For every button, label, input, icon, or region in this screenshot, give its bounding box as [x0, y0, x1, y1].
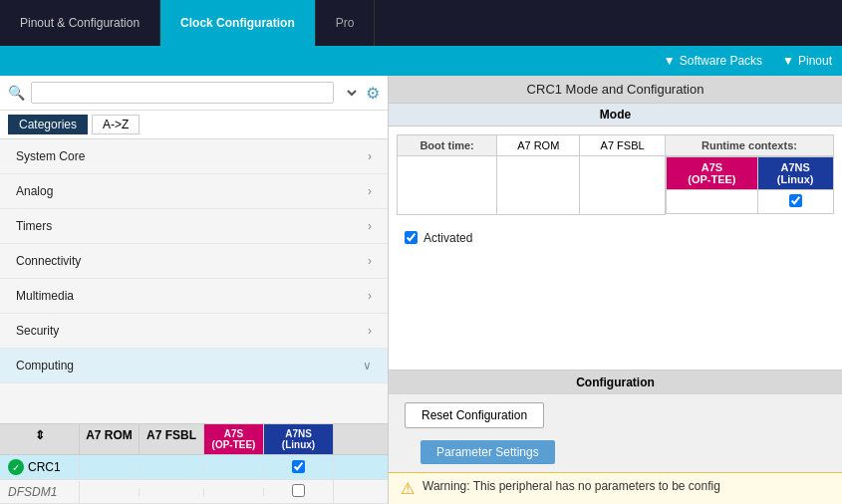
software-packs-label: Software Packs — [680, 54, 762, 68]
category-list: System Core › Analog › Timers › Connecti… — [0, 139, 388, 423]
warning-icon: ⚠ — [401, 479, 415, 498]
right-content: Mode Boot time: A7 ROM A7 FSBL Runtime c… — [389, 104, 842, 504]
cat-item-connectivity[interactable]: Connectivity › — [0, 244, 388, 279]
a7rom-header: A7 ROM — [497, 135, 580, 156]
tab-clock[interactable]: Clock Configuration — [160, 0, 316, 46]
table-row[interactable]: ✓ CRC1 — [0, 455, 388, 480]
cat-item-system-core[interactable]: System Core › — [0, 139, 388, 174]
crc1-a7ns-checkbox[interactable] — [292, 460, 305, 473]
mode-table-container: Boot time: A7 ROM A7 FSBL Runtime contex… — [389, 126, 842, 223]
row-dfsdm1-a7s — [204, 488, 264, 496]
right-panel: CRC1 Mode and Configuration Mode Boot ti… — [389, 76, 842, 504]
pinout-menu[interactable]: ▼ Pinout — [782, 54, 832, 68]
activated-row: Activated — [389, 223, 842, 253]
config-header: Configuration — [389, 370, 842, 394]
a7ns-mode-checkbox[interactable] — [789, 194, 802, 207]
search-bar: 🔍 ⚙ — [0, 76, 388, 111]
panel-title: CRC1 Mode and Configuration — [389, 76, 842, 104]
mode-section: Mode Boot time: A7 ROM A7 FSBL Runtime c… — [389, 104, 842, 253]
cat-item-timers-label: Timers — [16, 219, 52, 233]
boot-time-label: Boot time: — [398, 135, 497, 156]
software-packs-arrow: ▼ — [664, 54, 676, 68]
tab-pinout[interactable]: Pinout & Configuration — [0, 0, 160, 46]
a7s-value — [666, 190, 757, 214]
category-tabs: Categories A->Z — [0, 111, 388, 139]
left-panel: 🔍 ⚙ Categories A->Z System Core › Analog — [0, 76, 389, 504]
reset-configuration-button[interactable]: Reset Configuration — [405, 402, 544, 428]
software-packs-menu[interactable]: ▼ Software Packs — [664, 54, 762, 68]
col-header-a7s: A7S(OP-TEE) — [204, 424, 264, 454]
cat-item-analog[interactable]: Analog › — [0, 174, 388, 209]
table-header-row: ⇕ A7 ROM A7 FSBL A7S(OP-TEE) A7NS(Linux) — [0, 424, 388, 455]
row-dfsdm1-label: DFSDM1 — [8, 485, 57, 499]
cat-item-computing-label: Computing — [16, 359, 74, 373]
a7ns-value — [757, 190, 833, 214]
runtime-cols-container: A7S(OP-TEE) A7NS(Linux) — [665, 156, 833, 215]
gear-icon[interactable]: ⚙ — [366, 84, 380, 103]
tab-az-label: A->Z — [103, 118, 129, 131]
search-icon: 🔍 — [8, 85, 25, 101]
tab-pinout-label: Pinout & Configuration — [20, 16, 140, 30]
cat-item-system-core-label: System Core — [16, 149, 85, 163]
col-header-a7ns: A7NS(Linux) — [264, 424, 334, 454]
search-input[interactable] — [31, 82, 334, 104]
check-icon: ✓ — [8, 459, 24, 475]
cat-item-computing[interactable]: Computing ∨ — [0, 349, 388, 383]
tab-project[interactable]: Pro — [316, 0, 376, 46]
cat-item-security[interactable]: Security › — [0, 314, 388, 349]
second-navigation: ▼ Software Packs ▼ Pinout — [0, 46, 842, 76]
empty-cell2 — [497, 156, 580, 215]
cat-item-timers[interactable]: Timers › — [0, 209, 388, 244]
table-row[interactable]: DFSDM1 — [0, 480, 388, 504]
cat-item-multimedia-label: Multimedia — [16, 289, 74, 303]
param-settings-container: Parameter Settings — [389, 436, 842, 472]
row-crc1-a7fsbl — [140, 463, 204, 471]
sort-icon: ⇕ — [35, 428, 45, 442]
row-dfsdm1-a7fsbl — [140, 488, 204, 496]
row-crc1-a7rom — [80, 463, 140, 471]
chevron-right-icon: › — [368, 254, 372, 268]
right-bottom: Configuration Reset Configuration Parame… — [389, 370, 842, 504]
search-dropdown[interactable] — [340, 86, 360, 100]
a7fsbl-header: A7 FSBL — [580, 135, 666, 156]
mode-table: Boot time: A7 ROM A7 FSBL Runtime contex… — [397, 134, 834, 215]
row-crc1-a7s — [204, 463, 264, 471]
cat-item-analog-label: Analog — [16, 184, 53, 198]
a7ns-runtime-header: A7NS(Linux) — [757, 157, 833, 190]
empty-cell3 — [580, 156, 666, 215]
col-header-a7rom: A7 ROM — [80, 424, 140, 454]
main-layout: 🔍 ⚙ Categories A->Z System Core › Analog — [0, 76, 842, 504]
warning-text: Warning: This peripheral has no paramete… — [422, 479, 720, 493]
param-settings-label: Parameter Settings — [436, 445, 539, 459]
mode-header: Mode — [389, 104, 842, 126]
tab-categories[interactable]: Categories — [8, 115, 88, 134]
dfsdm1-a7ns-checkbox[interactable] — [292, 484, 305, 497]
row-crc1-label: CRC1 — [28, 460, 61, 474]
chevron-right-icon: › — [368, 184, 372, 198]
top-navigation: Pinout & Configuration Clock Configurati… — [0, 0, 842, 46]
row-dfsdm1-name: DFSDM1 — [0, 481, 80, 503]
row-crc1-a7ns — [264, 456, 334, 479]
chevron-right-icon: › — [368, 219, 372, 233]
chevron-right-icon: › — [368, 289, 372, 303]
peripherals-table: ⇕ A7 ROM A7 FSBL A7S(OP-TEE) A7NS(Linux)… — [0, 423, 388, 504]
parameter-settings-button[interactable]: Parameter Settings — [421, 440, 555, 464]
chevron-right-icon: › — [368, 149, 372, 163]
tab-clock-label: Clock Configuration — [180, 16, 295, 30]
activated-checkbox[interactable] — [405, 231, 418, 244]
a7s-runtime-header: A7S(OP-TEE) — [666, 157, 757, 190]
chevron-right-icon: › — [368, 324, 372, 338]
pinout-menu-label: Pinout — [798, 54, 832, 68]
right-spacer — [389, 253, 842, 371]
tab-az[interactable]: A->Z — [92, 115, 140, 134]
cat-item-security-label: Security — [16, 324, 59, 338]
row-dfsdm1-a7rom — [80, 488, 140, 496]
tab-categories-label: Categories — [19, 118, 77, 131]
empty-cell — [398, 156, 497, 215]
activated-label: Activated — [423, 231, 472, 245]
col-header-name: ⇕ — [0, 424, 80, 454]
cat-item-multimedia[interactable]: Multimedia › — [0, 279, 388, 314]
tab-project-label: Pro — [336, 16, 355, 30]
reset-btn-label: Reset Configuration — [421, 408, 527, 422]
runtime-inner-table: A7S(OP-TEE) A7NS(Linux) — [666, 156, 834, 214]
